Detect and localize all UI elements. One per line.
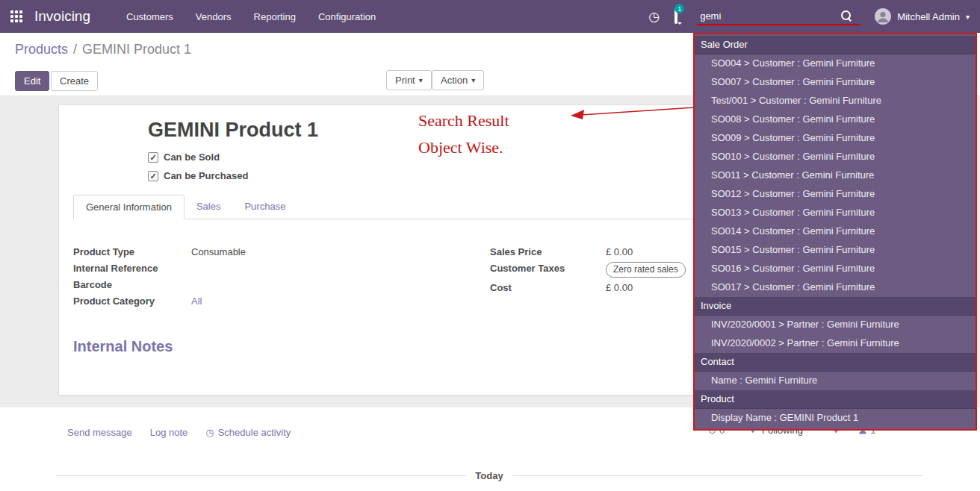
left-fields: Product TypeConsumableInternal Reference… — [73, 246, 432, 311]
today-label: Today — [475, 470, 503, 481]
navbar-menu-reporting[interactable]: Reporting — [254, 11, 296, 22]
annotation-arrow-icon — [562, 100, 698, 124]
dropdown-result-item[interactable]: INV/2020/0001 > Partner : Gemini Furnitu… — [695, 316, 976, 334]
field-label: Product Category — [73, 295, 191, 307]
dropdown-result-item[interactable]: SO016 > Customer : Gemini Furniture — [695, 260, 976, 278]
dropdown-result-item[interactable]: SO009 > Customer : Gemini Furniture — [695, 129, 976, 148]
field-label: Barcode — [73, 278, 191, 291]
edit-button[interactable]: Edit — [15, 71, 49, 91]
app-name[interactable]: Invoicing — [34, 8, 90, 25]
action-dropdown-button[interactable]: Action ▾ — [432, 70, 484, 90]
product-flag-row: ✓Can be Sold — [148, 151, 248, 163]
product-title: GEMINI Product 1 — [148, 119, 318, 142]
product-flag-row: ✓Can be Purchased — [148, 170, 248, 181]
action-button-label: Action — [441, 75, 468, 86]
field-row: Product CategoryAll — [73, 295, 432, 307]
dropdown-result-item[interactable]: SO013 > Customer : Gemini Furniture — [695, 204, 976, 222]
dropdown-result-item[interactable]: SO011 > Customer : Gemini Furniture — [695, 166, 976, 185]
annotation-line-1: Search Result — [418, 107, 509, 134]
send-message-link[interactable]: Send message — [67, 427, 132, 438]
checkbox-label: Can be Purchased — [164, 170, 248, 181]
checkbox[interactable]: ✓ — [148, 171, 158, 181]
navbar-search — [697, 7, 860, 25]
field-label: Customer Taxes — [490, 262, 606, 278]
messages-icon[interactable]: 1 — [674, 10, 677, 23]
dropdown-group-contact: Contact — [695, 353, 976, 372]
search-icon[interactable] — [840, 10, 852, 22]
field-label: Cost — [490, 281, 606, 294]
field-value: Consumable — [191, 246, 246, 258]
navbar-menus: CustomersVendorsReportingConfiguration — [126, 11, 376, 22]
clock-icon: ◷ — [205, 427, 214, 438]
chatter-links: Send message Log note ◷ Schedule activit… — [67, 427, 291, 438]
dropdown-result-item[interactable]: Test/001 > Customer : Gemini Furniture — [695, 92, 976, 110]
dropdown-result-item[interactable]: Name : Gemini Furniture — [695, 372, 976, 390]
activities-icon[interactable]: ◷ — [648, 9, 660, 25]
dropdown-result-item[interactable]: Display Name : GEMINI Product 1 — [695, 409, 976, 428]
create-button[interactable]: Create — [51, 71, 98, 91]
apps-grid-icon[interactable] — [10, 10, 22, 22]
field-label: Sales Price — [490, 246, 606, 258]
log-note-label: Log note — [150, 427, 188, 438]
dropdown-group-product: Product — [695, 390, 976, 409]
field-value: Zero rated sales — [606, 262, 686, 278]
breadcrumb-separator: / — [73, 42, 77, 57]
user-menu[interactable]: Mitchell Admin ▾ — [875, 8, 970, 25]
dropdown-result-item[interactable]: SO004 > Customer : Gemini Furniture — [695, 54, 976, 73]
field-label: Product Type — [73, 246, 191, 258]
annotation-text: Search Result Object Wise. — [418, 107, 509, 161]
field-row: Internal Reference — [73, 262, 432, 275]
today-divider: Today — [56, 470, 922, 481]
internal-notes-heading: Internal Notes — [73, 338, 173, 355]
tab-general-information[interactable]: General Information — [73, 195, 184, 219]
dropdown-result-item[interactable]: SO015 > Customer : Gemini Furniture — [695, 241, 976, 260]
dropdown-group-sale-order: Sale Order — [695, 36, 976, 54]
checkbox[interactable]: ✓ — [148, 152, 158, 163]
field-row: Barcode — [73, 278, 432, 291]
create-button-label: Create — [60, 75, 89, 87]
caret-down-icon: ▾ — [471, 76, 475, 84]
top-navbar: Invoicing CustomersVendorsReportingConfi… — [0, 0, 980, 33]
navbar-menu-configuration[interactable]: Configuration — [318, 11, 376, 22]
product-flags: ✓Can be Sold✓Can be Purchased — [148, 151, 248, 189]
tab-sales[interactable]: Sales — [184, 195, 233, 219]
navbar-menu-customers[interactable]: Customers — [126, 11, 173, 22]
search-input[interactable] — [700, 10, 840, 22]
print-dropdown-button[interactable]: Print ▾ — [386, 70, 432, 90]
tax-tag[interactable]: Zero rated sales — [606, 262, 686, 278]
dropdown-result-item[interactable]: SO017 > Customer : Gemini Furniture — [695, 278, 976, 297]
log-note-link[interactable]: Log note — [150, 427, 188, 438]
breadcrumb-products[interactable]: Products — [15, 42, 68, 57]
dropdown-result-item[interactable]: INV/2020/0002 > Partner : Gemini Furnitu… — [695, 334, 976, 353]
dropdown-result-item[interactable]: SO014 > Customer : Gemini Furniture — [695, 222, 976, 241]
dropdown-result-item[interactable]: SO010 > Customer : Gemini Furniture — [695, 148, 976, 166]
dropdown-result-item[interactable]: SO012 > Customer : Gemini Furniture — [695, 185, 976, 204]
navbar-right: ◷ 1 Mitchell Admin ▾ — [648, 7, 970, 25]
schedule-activity-label: Schedule activity — [218, 427, 291, 438]
dropdown-result-item[interactable]: SO008 > Customer : Gemini Furniture — [695, 110, 976, 129]
navbar-menu-vendors[interactable]: Vendors — [196, 11, 232, 22]
field-value[interactable]: All — [191, 295, 202, 307]
dropdown-group-invoice: Invoice — [695, 297, 976, 316]
annotation-line-2: Object Wise. — [418, 134, 509, 161]
breadcrumb-current: GEMINI Product 1 — [82, 42, 191, 57]
caret-down-icon: ▾ — [966, 13, 970, 21]
field-row: Product TypeConsumable — [73, 246, 432, 258]
field-label: Internal Reference — [73, 262, 191, 275]
tab-purchase[interactable]: Purchase — [232, 195, 297, 219]
search-dropdown: Sale OrderSO004 > Customer : Gemini Furn… — [693, 33, 977, 431]
field-value: £ 0.00 — [606, 281, 633, 294]
messages-badge: 1 — [674, 4, 684, 13]
field-value: £ 0.00 — [606, 246, 633, 258]
avatar — [875, 8, 891, 25]
print-button-label: Print — [395, 75, 415, 86]
user-name: Mitchell Admin — [897, 11, 960, 22]
checkbox-label: Can be Sold — [164, 151, 220, 163]
caret-down-icon: ▾ — [419, 76, 423, 84]
schedule-activity-link[interactable]: ◷ Schedule activity — [205, 427, 291, 438]
dropdown-result-item[interactable]: SO007 > Customer : Gemini Furniture — [695, 73, 976, 92]
edit-button-label: Edit — [24, 75, 40, 87]
send-message-label: Send message — [67, 427, 132, 438]
